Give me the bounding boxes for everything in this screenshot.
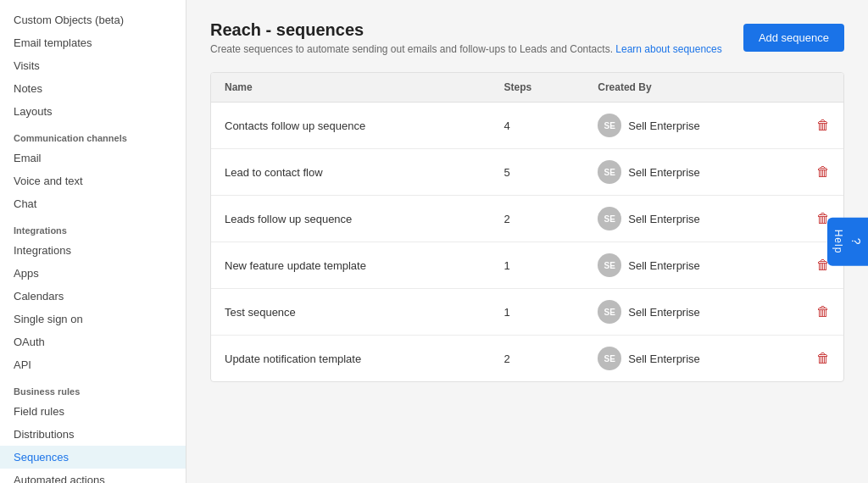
- delete-sequence-button[interactable]: 🗑: [816, 118, 830, 132]
- sequence-created-by-5: SESell Enterprise: [584, 336, 803, 382]
- sequence-steps-3: 1: [491, 242, 585, 289]
- sequence-steps-5: 2: [491, 336, 585, 382]
- sidebar-item-email-templates[interactable]: Email templates: [0, 31, 186, 54]
- creator-name: Sell Enterprise: [628, 213, 700, 225]
- sidebar: Custom Objects (beta)Email templatesVisi…: [0, 0, 186, 483]
- sequence-name-4: Test sequence: [211, 289, 491, 336]
- sidebar-item-notes[interactable]: Notes: [0, 77, 186, 100]
- page-header-left: Reach - sequences Create sequences to au…: [210, 20, 722, 55]
- sidebar-item-email[interactable]: Email: [0, 147, 186, 169]
- table-header: Name Steps Created By: [211, 73, 843, 103]
- sequence-name-0: Contacts follow up sequence: [211, 103, 491, 149]
- table-row: Leads follow up sequence2SESell Enterpri…: [211, 196, 843, 242]
- sequence-steps-1: 5: [491, 149, 585, 196]
- help-icon: ?: [849, 238, 863, 245]
- sidebar-item-voice-and-text[interactable]: Voice and text: [0, 169, 186, 192]
- page-header: Reach - sequences Create sequences to au…: [210, 20, 844, 55]
- creator-name: Sell Enterprise: [628, 259, 700, 272]
- avatar: SE: [598, 207, 621, 230]
- sequence-created-by-2: SESell Enterprise: [584, 196, 803, 242]
- sequences-table-wrapper: Name Steps Created By Contacts follow up…: [210, 72, 844, 382]
- sequence-name-3: New feature update template: [211, 242, 491, 289]
- table-row: Lead to contact flow5SESell Enterprise🗑: [211, 149, 843, 196]
- sequences-table: Name Steps Created By Contacts follow up…: [211, 73, 843, 381]
- col-header-steps: Steps: [491, 73, 585, 103]
- delete-sequence-button[interactable]: 🗑: [816, 304, 830, 319]
- add-sequence-button[interactable]: Add sequence: [743, 24, 844, 52]
- avatar: SE: [598, 160, 621, 184]
- sidebar-section-integrations: Integrations: [0, 215, 186, 239]
- avatar: SE: [598, 300, 621, 324]
- sequence-action-5: 🗑: [803, 336, 843, 382]
- sidebar-item-calendars[interactable]: Calendars: [0, 285, 186, 308]
- learn-link[interactable]: Learn about sequences: [615, 43, 721, 55]
- sidebar-item-api[interactable]: API: [0, 353, 186, 376]
- help-label: Help: [832, 230, 844, 254]
- sidebar-item-oauth[interactable]: OAuth: [0, 330, 186, 353]
- sidebar-item-custom-objects[interactable]: Custom Objects (beta): [0, 8, 186, 31]
- sequence-name-5: Update notification template: [211, 336, 491, 382]
- sidebar-item-distributions[interactable]: Distributions: [0, 423, 186, 446]
- sidebar-item-integrations[interactable]: Integrations: [0, 239, 186, 262]
- table-row: Test sequence1SESell Enterprise🗑: [211, 289, 843, 336]
- sidebar-item-chat[interactable]: Chat: [0, 192, 186, 215]
- avatar: SE: [598, 253, 621, 277]
- sidebar-item-sequences[interactable]: Sequences: [0, 446, 186, 469]
- sidebar-section-communication: Communication channels: [0, 123, 186, 147]
- page-title: Reach - sequences: [210, 20, 722, 40]
- sequence-created-by-0: SESell Enterprise: [584, 103, 803, 149]
- delete-sequence-button[interactable]: 🗑: [816, 164, 830, 179]
- sidebar-item-single-sign-on[interactable]: Single sign on: [0, 308, 186, 330]
- sidebar-section-business: Business rules: [0, 376, 186, 400]
- sequence-steps-4: 1: [491, 289, 585, 336]
- sequence-steps-0: 4: [491, 103, 585, 149]
- main-content: Reach - sequences Create sequences to au…: [186, 0, 868, 483]
- table-body: Contacts follow up sequence4SESell Enter…: [211, 103, 843, 382]
- help-button[interactable]: ? Help: [827, 218, 868, 266]
- sequence-created-by-1: SESell Enterprise: [584, 149, 803, 196]
- avatar: SE: [598, 114, 621, 137]
- creator-name: Sell Enterprise: [628, 306, 700, 319]
- col-header-action: [803, 73, 843, 103]
- page-description: Create sequences to automate sending out…: [210, 43, 722, 55]
- sequence-action-1: 🗑: [803, 149, 843, 196]
- col-header-name: Name: [211, 73, 491, 103]
- table-row: New feature update template1SESell Enter…: [211, 242, 843, 289]
- delete-sequence-button[interactable]: 🗑: [816, 351, 830, 365]
- creator-name: Sell Enterprise: [628, 119, 700, 132]
- sidebar-item-automated-actions[interactable]: Automated actions: [0, 469, 186, 483]
- table-row: Update notification template2SESell Ente…: [211, 336, 843, 382]
- sequence-steps-2: 2: [491, 196, 585, 242]
- avatar: SE: [598, 347, 621, 370]
- sequence-created-by-4: SESell Enterprise: [584, 289, 803, 336]
- sidebar-item-visits[interactable]: Visits: [0, 54, 186, 77]
- sidebar-item-layouts[interactable]: Layouts: [0, 100, 186, 123]
- creator-name: Sell Enterprise: [628, 353, 700, 365]
- sequence-name-1: Lead to contact flow: [211, 149, 491, 196]
- sidebar-item-apps[interactable]: Apps: [0, 262, 186, 285]
- sequence-action-0: 🗑: [803, 103, 843, 149]
- sequence-action-4: 🗑: [803, 289, 843, 336]
- table-row: Contacts follow up sequence4SESell Enter…: [211, 103, 843, 149]
- creator-name: Sell Enterprise: [628, 166, 700, 179]
- sequence-name-2: Leads follow up sequence: [211, 196, 491, 242]
- sidebar-item-field-rules[interactable]: Field rules: [0, 400, 186, 423]
- col-header-created-by: Created By: [584, 73, 803, 103]
- sequence-created-by-3: SESell Enterprise: [584, 242, 803, 289]
